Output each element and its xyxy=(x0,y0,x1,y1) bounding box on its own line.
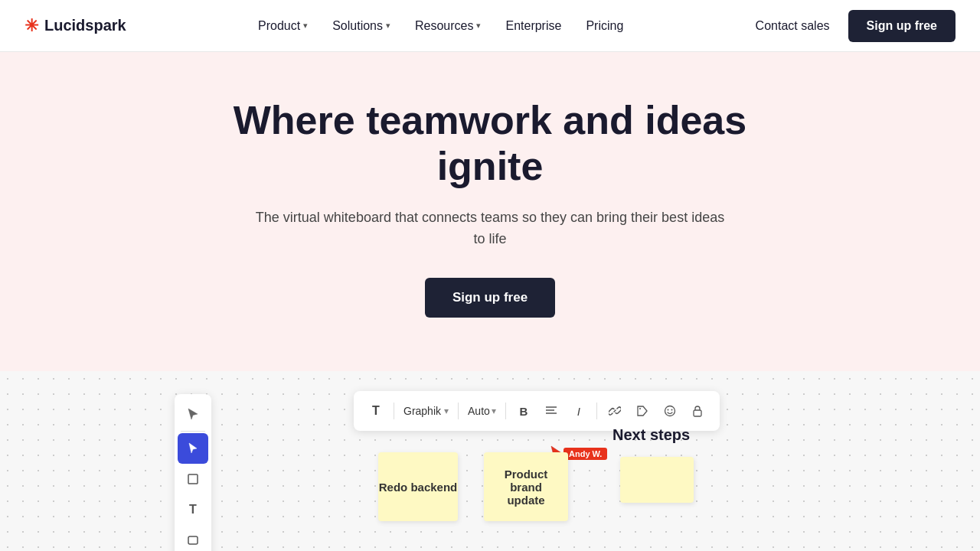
cursor-tool[interactable] xyxy=(178,433,208,464)
sticky-partial[interactable] xyxy=(620,457,694,503)
toolbar-separator xyxy=(394,403,394,419)
contact-sales-link[interactable]: Contact sales xyxy=(756,19,830,33)
logo-text: Lucidspark xyxy=(44,17,126,34)
lock-button[interactable] xyxy=(684,398,710,424)
svg-point-7 xyxy=(665,406,675,416)
chevron-down-icon: ▾ xyxy=(303,21,308,31)
toolbar-separator-3 xyxy=(505,403,506,419)
nav-resources[interactable]: Resources ▾ xyxy=(415,19,481,33)
frame-tool[interactable] xyxy=(178,464,208,494)
hero-signup-button[interactable]: Sign up free xyxy=(425,278,555,318)
align-button[interactable] xyxy=(538,398,564,424)
link-button[interactable] xyxy=(602,398,628,424)
sticky-redo-backend[interactable]: Redo backend xyxy=(378,452,458,521)
font-chevron-icon: ▾ xyxy=(444,406,449,416)
next-steps-label: Next steps xyxy=(612,426,690,444)
format-toolbar: T Graphik ▾ Auto ▾ B I xyxy=(354,391,720,431)
toolbar-separator-2 xyxy=(458,403,459,419)
svg-point-8 xyxy=(667,409,668,411)
font-selector[interactable]: Graphik ▾ xyxy=(399,402,453,420)
chevron-down-icon: ▾ xyxy=(476,21,481,31)
svg-rect-0 xyxy=(188,474,198,484)
cursor-user-label: Andy W. xyxy=(564,448,607,460)
left-toolbar: T xyxy=(175,394,211,551)
text-tool[interactable]: T xyxy=(178,494,208,525)
tag-button[interactable] xyxy=(629,398,655,424)
toolbar-separator-4 xyxy=(596,403,597,419)
nav-enterprise[interactable]: Enterprise xyxy=(505,19,561,33)
chevron-down-icon: ▾ xyxy=(386,21,390,31)
select-tool[interactable] xyxy=(178,399,208,429)
svg-marker-5 xyxy=(638,406,647,416)
size-selector[interactable]: Auto ▾ xyxy=(463,402,501,420)
svg-rect-1 xyxy=(188,536,198,544)
svg-rect-10 xyxy=(694,410,701,416)
toolbar-divider xyxy=(181,431,205,432)
emoji-button[interactable] xyxy=(657,398,683,424)
size-chevron-icon: ▾ xyxy=(492,406,496,416)
signup-button[interactable]: Sign up free xyxy=(848,10,956,42)
sticky-product-brand[interactable]: Product brand update xyxy=(484,452,568,521)
navbar: ✳ Lucidspark Product ▾ Solutions ▾ Resou… xyxy=(0,0,980,52)
shape-tool[interactable] xyxy=(178,525,208,551)
nav-links: Product ▾ Solutions ▾ Resources ▾ Enterp… xyxy=(258,19,623,33)
svg-point-9 xyxy=(671,409,672,411)
nav-right: Contact sales Sign up free xyxy=(756,10,956,42)
text-type-button[interactable]: T xyxy=(363,398,389,424)
hero-subtitle: The virtual whiteboard that connects tea… xyxy=(253,207,727,251)
svg-point-6 xyxy=(639,408,641,409)
logo[interactable]: ✳ Lucidspark xyxy=(24,16,126,36)
canvas-area: T T Graphik ▾ Auto ▾ B xyxy=(0,371,980,551)
nav-pricing[interactable]: Pricing xyxy=(586,19,623,33)
hero-section: Where teamwork and ideas ignite The virt… xyxy=(0,52,980,371)
bold-button[interactable]: B xyxy=(511,398,537,424)
hero-title: Where teamwork and ideas ignite xyxy=(222,98,758,190)
nav-solutions[interactable]: Solutions ▾ xyxy=(332,19,390,33)
italic-button[interactable]: I xyxy=(566,398,592,424)
nav-product[interactable]: Product ▾ xyxy=(258,19,308,33)
logo-asterisk: ✳ xyxy=(24,16,38,36)
